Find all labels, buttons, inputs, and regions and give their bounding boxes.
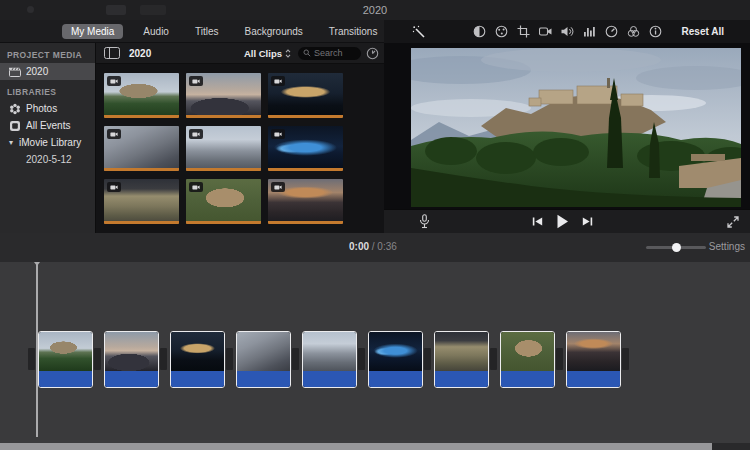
clip-gap-handle[interactable]	[160, 348, 167, 370]
color-balance-icon[interactable]	[473, 25, 486, 38]
noise-reduction-icon[interactable]	[583, 25, 596, 38]
timeline-settings-button[interactable]: Settings	[709, 241, 745, 252]
reset-all-button[interactable]: Reset All	[682, 26, 724, 37]
scrollbar-thumb[interactable]	[0, 443, 712, 450]
sidebar-toggle-icon[interactable]	[104, 47, 120, 59]
timeline-clip-vineyard-rows[interactable]	[434, 331, 489, 388]
sidebar-item-all-events[interactable]: All Events	[0, 117, 95, 134]
clapperboard-icon	[9, 66, 21, 78]
clip-audio-track	[369, 371, 422, 387]
clip-gap-handle[interactable]	[556, 348, 563, 370]
voiceover-mic-icon[interactable]	[419, 214, 430, 229]
media-thumbnail-sunset-lake[interactable]	[268, 179, 343, 224]
tab-audio[interactable]: Audio	[137, 24, 175, 39]
imovie-window: 2020 My MediaAudioTitlesBackgroundsTrans…	[0, 0, 750, 450]
media-thumbnail-rocky-slope[interactable]	[104, 126, 179, 171]
clip-gap-handle[interactable]	[424, 348, 431, 370]
camera-badge-icon	[271, 129, 285, 139]
camera-badge-icon	[189, 76, 203, 86]
preview-image-acropolis	[411, 48, 741, 207]
adjust-toolbar: Reset All	[384, 20, 750, 44]
clip-audio-track	[435, 371, 488, 387]
clip-video-thumbnail	[237, 332, 290, 371]
libraries-header: LIBRARIES	[0, 80, 95, 100]
clip-video-thumbnail	[171, 332, 224, 371]
sidebar-item-label: 2020	[26, 66, 48, 77]
project-media-header: PROJECT MEDIA	[0, 43, 95, 63]
browser-tabbar: My MediaAudioTitlesBackgroundsTransition…	[0, 20, 384, 43]
clip-video-thumbnail	[369, 332, 422, 371]
clip-gap-handle[interactable]	[226, 348, 233, 370]
disclosure-triangle-icon[interactable]: ▾	[9, 138, 13, 147]
clip-gap-handle[interactable]	[622, 348, 629, 370]
media-thumbnail-acropolis-day[interactable]	[104, 73, 179, 118]
browser-toolbar: 2020 All Clips Search	[96, 43, 384, 64]
media-thumbnail-acropolis-night[interactable]	[268, 73, 343, 118]
clip-gap-handle[interactable]	[358, 348, 365, 370]
search-icon	[303, 49, 311, 57]
media-thumbnail-rock-in-grass[interactable]	[186, 179, 261, 224]
timeline-clip-rock-in-grass[interactable]	[500, 331, 555, 388]
crop-icon[interactable]	[517, 25, 530, 38]
clip-gap-handle[interactable]	[94, 348, 101, 370]
search-input[interactable]: Search	[298, 47, 361, 60]
horizontal-scrollbar[interactable]	[0, 443, 750, 450]
fullscreen-icon[interactable]	[727, 216, 739, 228]
clip-video-thumbnail	[303, 332, 356, 371]
zoom-slider-thumb[interactable]	[672, 243, 681, 252]
viewer-panel: Reset All	[384, 20, 750, 233]
skip-back-icon[interactable]	[532, 216, 543, 227]
clip-video-thumbnail	[567, 332, 620, 371]
timeline[interactable]	[0, 262, 750, 443]
skip-forward-icon[interactable]	[582, 216, 593, 227]
sidebar-item-library-2020-5-12[interactable]: 2020-5-12	[0, 151, 95, 168]
tab-my-media[interactable]: My Media	[62, 24, 123, 39]
tab-transitions[interactable]: Transitions	[323, 24, 384, 39]
total-duration: 0:36	[377, 241, 396, 252]
clip-appearance-icon[interactable]	[366, 47, 379, 60]
clip-info-icon[interactable]	[649, 25, 662, 38]
speed-icon[interactable]	[605, 25, 618, 38]
clip-gap-handle[interactable]	[292, 348, 299, 370]
tab-titles[interactable]: Titles	[189, 24, 225, 39]
camera-badge-icon	[107, 76, 121, 86]
color-correction-icon[interactable]	[495, 25, 508, 38]
playback-controls	[384, 209, 750, 233]
timeline-zoom-slider[interactable]	[646, 246, 706, 249]
clip-filter-icon[interactable]	[627, 25, 640, 38]
timeline-clip-rocky-hill-sky[interactable]	[302, 331, 357, 388]
camera-badge-icon	[189, 129, 203, 139]
photos-flower-icon	[9, 103, 21, 115]
stabilization-icon[interactable]	[539, 25, 552, 38]
clip-gap-handle[interactable]	[28, 348, 35, 370]
camera-badge-icon	[271, 182, 285, 192]
volume-icon[interactable]	[561, 25, 574, 38]
clip-video-thumbnail	[501, 332, 554, 371]
timeline-clip-city-skyline-night[interactable]	[368, 331, 423, 388]
timeline-clip-acropolis-day[interactable]	[38, 331, 93, 388]
play-icon[interactable]	[555, 214, 570, 229]
timeline-header: 0:00 / 0:36 Settings	[0, 233, 750, 263]
clip-audio-track	[105, 371, 158, 387]
timeline-clip-sunset-lake[interactable]	[566, 331, 621, 388]
media-thumbnail-vineyard-rows[interactable]	[104, 179, 179, 224]
tab-backgrounds[interactable]: Backgrounds	[238, 24, 308, 39]
media-thumbnail-rocky-hill-sky[interactable]	[186, 126, 261, 171]
media-thumbnail-city-skyline-night[interactable]	[268, 126, 343, 171]
clip-audio-track	[303, 371, 356, 387]
sidebar-item-label: 2020-5-12	[26, 154, 72, 165]
timeline-clip-hill-sunset[interactable]	[104, 331, 159, 388]
auto-enhance-wand-icon[interactable]	[412, 25, 426, 39]
used-range-bar	[186, 221, 261, 224]
timeline-clip-rocky-slope[interactable]	[236, 331, 291, 388]
clip-audio-track	[501, 371, 554, 387]
timeline-clip-acropolis-night[interactable]	[170, 331, 225, 388]
sidebar-item-project-2020[interactable]: 2020	[0, 63, 95, 80]
clip-filter-dropdown[interactable]: All Clips	[244, 48, 291, 59]
sidebar-item-photos[interactable]: Photos	[0, 100, 95, 117]
media-thumbnail-hill-sunset[interactable]	[186, 73, 261, 118]
sidebar-item-label: iMovie Library	[19, 137, 81, 148]
sidebar-item-imovie-library[interactable]: ▾ iMovie Library	[0, 134, 95, 151]
clip-video-thumbnail	[435, 332, 488, 371]
clip-gap-handle[interactable]	[490, 348, 497, 370]
